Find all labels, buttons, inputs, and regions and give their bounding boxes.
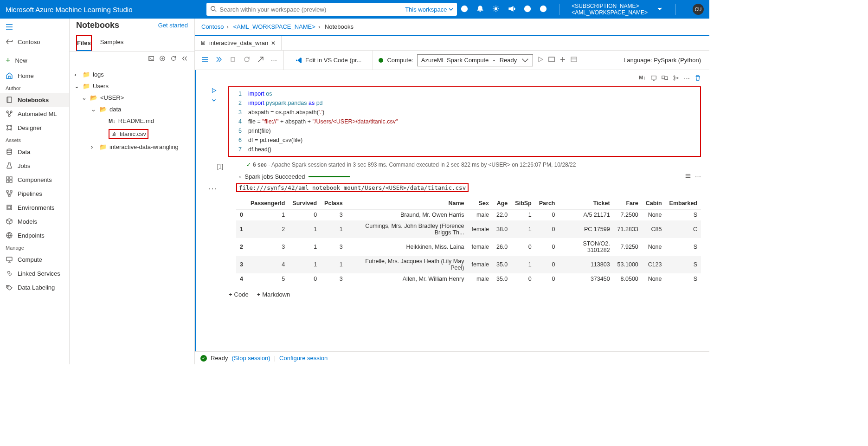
- get-started-link[interactable]: Get started: [158, 22, 188, 29]
- nav-designer[interactable]: Designer: [0, 121, 69, 135]
- run-all-icon[interactable]: [215, 56, 223, 65]
- help-icon[interactable]: [524, 5, 531, 14]
- restart-icon[interactable]: [243, 56, 251, 65]
- file-browser-panel: Notebooks Get started Files Samples ›📁lo…: [70, 19, 195, 364]
- nav-components[interactable]: Components: [0, 173, 69, 187]
- nav-jobs[interactable]: Jobs: [0, 159, 69, 173]
- tree-titanic[interactable]: 🗎titanic.csv: [72, 127, 192, 141]
- clock-icon[interactable]: [461, 5, 468, 14]
- chevron-down-icon[interactable]: [211, 97, 217, 105]
- nav-home[interactable]: Home: [0, 69, 69, 83]
- run-cell-icon[interactable]: [211, 87, 217, 95]
- nav-compute[interactable]: Compute: [0, 252, 69, 266]
- refresh-icon[interactable]: [170, 55, 177, 63]
- vscode-button[interactable]: Edit in VS Code (pr...: [290, 57, 366, 64]
- search-box[interactable]: This workspace: [206, 3, 457, 16]
- notebook-icon: 🗎: [200, 39, 206, 46]
- subscription-info[interactable]: <SUBSCRIPTION_NAME> <AML_WORKSPACE_NAME>: [572, 3, 648, 16]
- hamburger-icon[interactable]: [0, 20, 69, 35]
- folder-icon: 📁: [83, 83, 90, 90]
- nav-labeling[interactable]: Data Labeling: [0, 280, 69, 294]
- svg-point-12: [10, 111, 12, 113]
- more-icon[interactable]: ⋯: [695, 173, 701, 180]
- add-icon[interactable]: [159, 55, 166, 63]
- svg-rect-21: [6, 180, 9, 182]
- file-tree: ›📁logs ⌄📁Users ⌄📂<USER> ⌄📂data M↓README.…: [70, 67, 194, 155]
- tab-samples[interactable]: Samples: [100, 35, 124, 51]
- stop-session-link[interactable]: (Stop session): [232, 355, 270, 362]
- compute-select[interactable]: AzureML Spark Compute - Ready: [417, 54, 533, 66]
- monitor-icon[interactable]: [650, 75, 657, 83]
- output-filepath: file:///synfs/42/aml_notebook_mount/User…: [236, 183, 469, 192]
- search-scope[interactable]: This workspace: [405, 6, 453, 13]
- add-code-button[interactable]: +Code: [229, 291, 249, 298]
- terminal-btn-icon[interactable]: [548, 56, 555, 65]
- tab-files[interactable]: Files: [76, 35, 92, 51]
- nav-linked[interactable]: Linked Services: [0, 266, 69, 280]
- trash-icon[interactable]: [694, 75, 701, 83]
- search-input[interactable]: [219, 6, 405, 13]
- spark-status[interactable]: › Spark jobs Succeeded ⋯: [223, 170, 701, 183]
- play-icon[interactable]: [537, 56, 544, 65]
- list-icon[interactable]: [685, 173, 691, 181]
- nav-pipelines[interactable]: Pipelines: [0, 187, 69, 200]
- gear-icon[interactable]: [492, 5, 500, 14]
- configure-session-link[interactable]: Configure session: [279, 355, 328, 362]
- svg-rect-19: [6, 177, 9, 179]
- branch-icon[interactable]: [673, 75, 679, 83]
- svg-point-47: [674, 79, 675, 80]
- tree-wrangling[interactable]: ›📁interactive-data-wrangling: [72, 141, 192, 153]
- compute-label: Compute:: [387, 57, 413, 64]
- list-icon[interactable]: [570, 56, 578, 65]
- menu-icon[interactable]: [201, 56, 209, 65]
- collapse-icon[interactable]: [181, 55, 188, 63]
- svg-point-11: [6, 111, 8, 113]
- nav-models[interactable]: Models: [0, 214, 69, 228]
- svg-point-5: [540, 6, 547, 12]
- svg-rect-33: [149, 57, 154, 61]
- avatar[interactable]: CU: [693, 4, 704, 15]
- svg-point-17: [11, 129, 12, 130]
- nav-environments[interactable]: Environments: [0, 200, 69, 214]
- tree-readme[interactable]: M↓README.md: [72, 115, 192, 127]
- chevron-down-icon[interactable]: [656, 5, 663, 14]
- more-icon[interactable]: ⋯: [684, 75, 690, 83]
- folder-open-icon: 📂: [90, 94, 97, 101]
- file-tab[interactable]: 🗎 interactive_data_wran ✕: [195, 36, 282, 50]
- tree-user[interactable]: ⌄📂<USER>: [72, 92, 192, 103]
- page-title: Notebooks: [76, 20, 119, 30]
- crumb-workspace[interactable]: <AML_WORKSPACE_NAME>: [233, 23, 315, 30]
- stop-icon[interactable]: [229, 56, 237, 65]
- language-label[interactable]: Language: PySpark (Python): [615, 57, 709, 64]
- tree-users[interactable]: ⌄📁Users: [72, 80, 192, 92]
- nav-endpoints[interactable]: Endpoints: [0, 228, 69, 242]
- more-icon[interactable]: ⋯: [271, 57, 277, 64]
- bell-icon[interactable]: [476, 5, 484, 14]
- output-more-icon[interactable]: ⋯: [205, 183, 220, 284]
- markdown-icon[interactable]: M↓: [639, 75, 646, 83]
- table-row: 4503Allen, Mr. William Henrymale35.00037…: [236, 273, 701, 284]
- code-editor[interactable]: 1import os 2import pyspark.pandas as pd …: [228, 86, 701, 157]
- nav-data[interactable]: Data: [0, 145, 69, 159]
- status-ready: Ready: [211, 355, 228, 362]
- nav-back[interactable]: Contoso: [0, 35, 69, 49]
- notebook-body: M↓ ⋯ 1import os 2import pyspark.pandas a…: [195, 70, 709, 364]
- dual-monitor-icon[interactable]: [662, 75, 668, 83]
- tree-data[interactable]: ⌄📂data: [72, 103, 192, 115]
- nav-new[interactable]: +New: [0, 52, 69, 69]
- nav-automl[interactable]: Automated ML: [0, 107, 69, 121]
- crumb-contoso[interactable]: Contoso: [201, 23, 224, 30]
- svg-rect-45: [665, 77, 668, 79]
- close-icon[interactable]: ✕: [271, 40, 276, 46]
- table-row: 0103Braund, Mr. Owen Harrismale22.010A/5…: [236, 209, 701, 221]
- svg-point-48: [677, 78, 678, 79]
- add-markdown-button[interactable]: +Markdown: [257, 291, 290, 298]
- nav-notebooks[interactable]: Notebooks: [0, 93, 69, 107]
- clear-icon[interactable]: [257, 56, 264, 65]
- terminal-icon[interactable]: [148, 55, 154, 63]
- tree-logs[interactable]: ›📁logs: [72, 69, 192, 80]
- add-compute-icon[interactable]: [559, 56, 566, 65]
- smile-icon[interactable]: [540, 5, 547, 14]
- megaphone-icon[interactable]: [508, 5, 515, 14]
- header-icons: <SUBSCRIPTION_NAME> <AML_WORKSPACE_NAME>…: [461, 3, 704, 16]
